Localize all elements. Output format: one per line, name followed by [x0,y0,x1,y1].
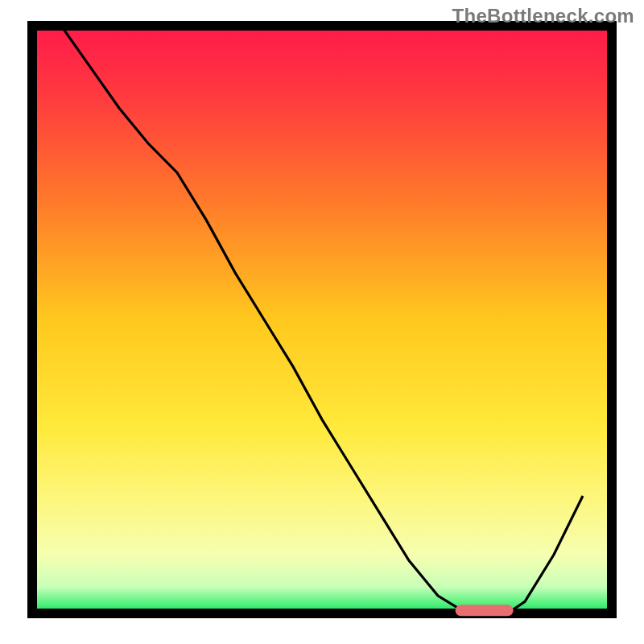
watermark-text: TheBottleneck.com [452,5,634,27]
optimal-range-marker [456,605,514,616]
chart-svg [0,0,644,644]
gradient-background [32,26,612,613]
chart-container: TheBottleneck.com [0,0,644,644]
